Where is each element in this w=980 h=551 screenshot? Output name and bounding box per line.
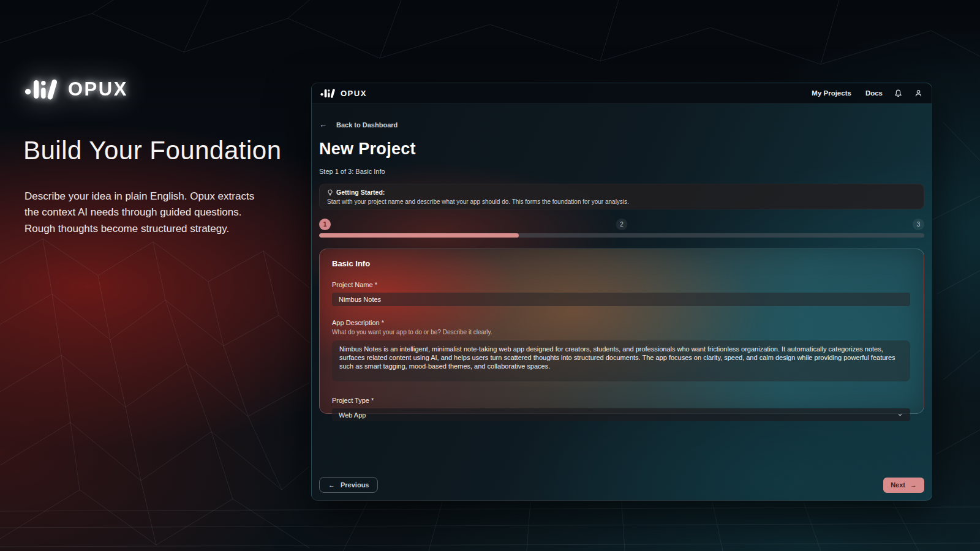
navbar-logo-text: OPUX bbox=[341, 89, 367, 98]
project-type-value: Web App bbox=[339, 411, 366, 419]
wizard-steps: 1 2 3 bbox=[319, 219, 924, 230]
nav-my-projects-link[interactable]: My Projects bbox=[812, 89, 851, 97]
arrow-left-icon: ← bbox=[328, 481, 335, 489]
step-2-badge[interactable]: 2 bbox=[616, 219, 628, 230]
nav-docs-label: Docs bbox=[865, 89, 883, 97]
window-content: ← Back to Dashboard New Project Step 1 o… bbox=[312, 120, 932, 414]
project-name-input[interactable] bbox=[332, 293, 910, 306]
page-title: New Project bbox=[319, 140, 924, 159]
notifications-button[interactable] bbox=[894, 89, 903, 98]
app-description-textarea[interactable]: Nimbus Notes is an intelligent, minimali… bbox=[332, 340, 910, 381]
callout-title: Getting Started: bbox=[336, 189, 385, 196]
hero-logo: OPUX bbox=[24, 77, 128, 102]
hero-description: Describe your idea in plain English. Opu… bbox=[24, 189, 271, 237]
next-button-label: Next bbox=[891, 481, 905, 489]
app-window: OPUX My Projects Docs bbox=[311, 83, 932, 501]
chevron-down-icon bbox=[897, 411, 903, 418]
bell-icon bbox=[894, 89, 903, 98]
previous-button[interactable]: ← Previous bbox=[319, 477, 378, 493]
wizard-footer: ← Previous Next → bbox=[319, 477, 924, 493]
account-button[interactable] bbox=[914, 89, 923, 98]
project-name-label: Project Name * bbox=[332, 281, 910, 288]
step-3-badge[interactable]: 3 bbox=[913, 219, 924, 230]
progress-bar-fill bbox=[319, 233, 519, 238]
back-to-dashboard-link[interactable]: ← Back to Dashboard bbox=[319, 120, 924, 129]
next-button[interactable]: Next → bbox=[883, 478, 924, 493]
previous-button-label: Previous bbox=[341, 481, 369, 489]
nav-docs-link[interactable]: Docs bbox=[862, 89, 883, 97]
progress-bar-track bbox=[319, 233, 924, 238]
person-icon bbox=[914, 89, 923, 98]
app-description-helper: What do you want your app to do or be? D… bbox=[332, 329, 910, 335]
opux-waveform-icon bbox=[24, 77, 60, 102]
arrow-left-icon: ← bbox=[319, 120, 327, 129]
form-section-title: Basic Info bbox=[332, 259, 910, 268]
opux-waveform-icon-small bbox=[320, 88, 336, 99]
navbar-brand[interactable]: OPUX bbox=[320, 88, 367, 99]
getting-started-callout: Getting Started: Start with your project… bbox=[319, 184, 924, 209]
hero-logo-text: OPUX bbox=[68, 78, 128, 100]
app-description-label: App Description * bbox=[332, 319, 910, 326]
step-indicator-label: Step 1 of 3: Basic Info bbox=[319, 168, 924, 175]
back-link-label: Back to Dashboard bbox=[336, 121, 398, 129]
project-type-label: Project Type * bbox=[332, 397, 910, 404]
hero-headline: Build Your Foundation bbox=[23, 136, 305, 165]
window-navbar: OPUX My Projects Docs bbox=[312, 83, 932, 103]
basic-info-form-card: Basic Info Project Name * App Descriptio… bbox=[319, 249, 924, 414]
arrow-right-icon: → bbox=[910, 481, 917, 489]
callout-body: Start with your project name and describ… bbox=[327, 198, 916, 205]
project-type-select[interactable]: Web App bbox=[332, 408, 910, 421]
lightbulb-icon bbox=[327, 189, 333, 196]
step-1-badge[interactable]: 1 bbox=[319, 219, 331, 230]
